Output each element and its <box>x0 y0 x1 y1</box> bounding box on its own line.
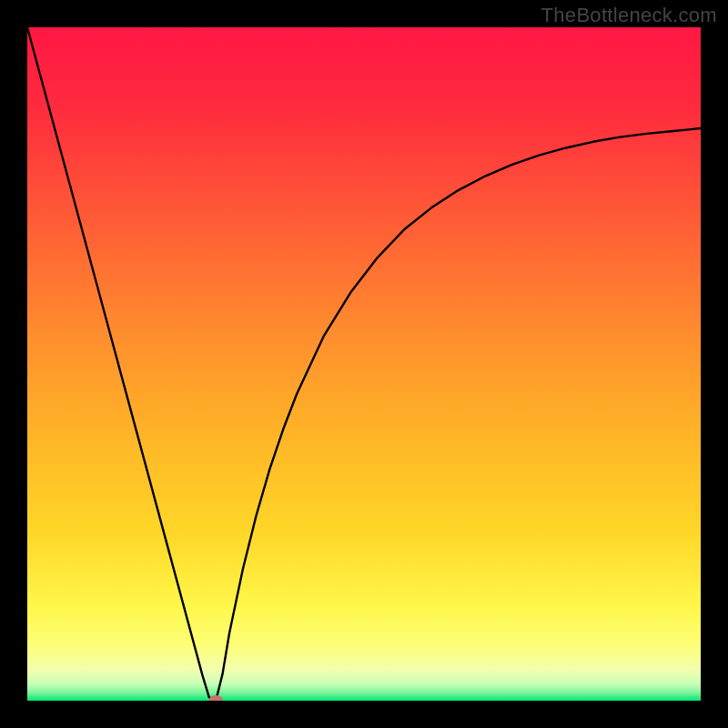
chart-container: TheBottleneck.com <box>0 0 728 728</box>
gradient-background <box>27 27 701 701</box>
watermark-text: TheBottleneck.com <box>541 4 717 27</box>
plot-area <box>27 27 701 701</box>
chart-svg <box>27 27 701 701</box>
